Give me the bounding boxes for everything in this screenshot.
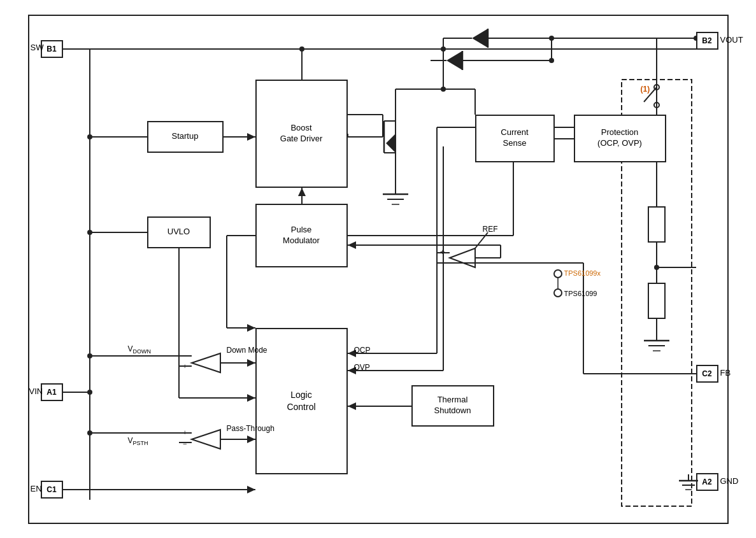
svg-text:+: + <box>183 362 187 370</box>
svg-line-73 <box>475 232 488 248</box>
svg-marker-98 <box>192 430 220 449</box>
svg-marker-95 <box>247 359 255 367</box>
fb-label: FB <box>720 368 731 378</box>
svg-marker-3 <box>446 51 462 70</box>
svg-marker-47 <box>247 133 255 141</box>
boost-gate-driver-label: Boost Gate Driver <box>280 123 322 145</box>
pin-c2: C2 <box>696 365 718 383</box>
pin-b2: B2 <box>696 32 718 50</box>
svg-point-15 <box>549 58 554 63</box>
svg-text:−: − <box>183 351 187 359</box>
svg-point-57 <box>87 134 92 139</box>
svg-marker-88 <box>348 402 356 410</box>
svg-text:−: − <box>183 440 187 448</box>
svg-point-97 <box>87 353 92 358</box>
svg-marker-64 <box>450 248 475 267</box>
svg-point-55 <box>87 390 92 395</box>
note1-label: (1) <box>641 85 650 94</box>
svg-point-17 <box>549 36 554 41</box>
circuit-svg: + − − + <box>29 16 727 523</box>
thermal-shutdown-block: Thermal Shutdown <box>411 385 494 427</box>
svg-text:+: + <box>440 247 445 257</box>
diagram-container: + − − + <box>28 15 729 524</box>
pin-a1: A1 <box>41 383 63 401</box>
pin-b1: B1 <box>41 40 63 58</box>
pin-a1-label: A1 <box>46 388 56 397</box>
pin-c1-label: C1 <box>46 485 56 494</box>
svg-point-32 <box>441 87 446 92</box>
boost-gate-driver-block: Boost Gate Driver <box>255 80 348 188</box>
uvlo-block: UVLO <box>147 216 211 248</box>
svg-marker-89 <box>192 353 220 372</box>
svg-text:+: + <box>183 428 187 436</box>
ocp-label: OCP <box>354 346 371 355</box>
svg-point-2 <box>441 46 446 52</box>
svg-point-122 <box>654 103 659 108</box>
down-mode-label: Down Mode <box>227 346 267 355</box>
logic-control-label: Logic Control <box>287 389 315 412</box>
pulse-modulator-label: Pulse Modulator <box>283 225 320 246</box>
v-psth-label: VPSTH <box>128 436 148 446</box>
pin-c1: C1 <box>41 481 63 499</box>
protection-block: Protection (OCP, OVP) <box>574 115 666 162</box>
svg-point-37 <box>299 46 304 52</box>
svg-marker-104 <box>247 435 255 443</box>
svg-marker-25 <box>386 134 396 153</box>
pulse-modulator-block: Pulse Modulator <box>255 204 348 267</box>
svg-text:−: − <box>440 258 445 267</box>
gnd-label: GND <box>720 476 739 486</box>
vout-label: VOUT <box>720 35 743 45</box>
uvlo-label: UVLO <box>168 227 190 237</box>
gnd-symbol-svg <box>673 474 704 500</box>
svg-point-125 <box>654 265 659 270</box>
svg-point-121 <box>654 85 659 90</box>
current-sense-block: Current Sense <box>475 115 555 162</box>
v-down-label: VDOWN <box>128 344 152 355</box>
pin-c2-label: C2 <box>702 369 711 378</box>
svg-marker-63 <box>247 324 255 332</box>
svg-point-130 <box>554 270 562 278</box>
thermal-shutdown-label: Thermal Shutdown <box>434 395 471 416</box>
svg-rect-111 <box>648 207 665 242</box>
tps61099-label: TPS61099 <box>564 290 597 297</box>
svg-marker-8 <box>472 29 488 48</box>
tps61099x-label: TPS61099x <box>564 269 601 277</box>
svg-marker-71 <box>348 241 356 249</box>
current-sense-label: Current Sense <box>501 127 528 149</box>
svg-marker-108 <box>247 486 255 493</box>
startup-block: Startup <box>147 121 224 153</box>
svg-marker-50 <box>247 394 255 402</box>
sw-label: SW <box>31 43 44 52</box>
svg-marker-59 <box>298 188 306 196</box>
svg-point-52 <box>87 230 92 235</box>
svg-rect-113 <box>648 283 665 318</box>
vin-label: VIN <box>29 386 43 396</box>
en-label: EN <box>31 484 42 493</box>
protection-label: Protection (OCP, OVP) <box>597 127 642 149</box>
pin-b1-label: B1 <box>46 45 56 53</box>
ovp-label: OVP <box>354 363 370 372</box>
startup-label: Startup <box>172 131 199 142</box>
pass-through-label: Pass-Through <box>227 424 275 433</box>
logic-control-block: Logic Control <box>255 328 348 474</box>
svg-point-131 <box>554 289 562 297</box>
ref-label: REF <box>483 225 498 234</box>
svg-point-106 <box>87 430 92 435</box>
pin-b2-label: B2 <box>702 36 711 45</box>
